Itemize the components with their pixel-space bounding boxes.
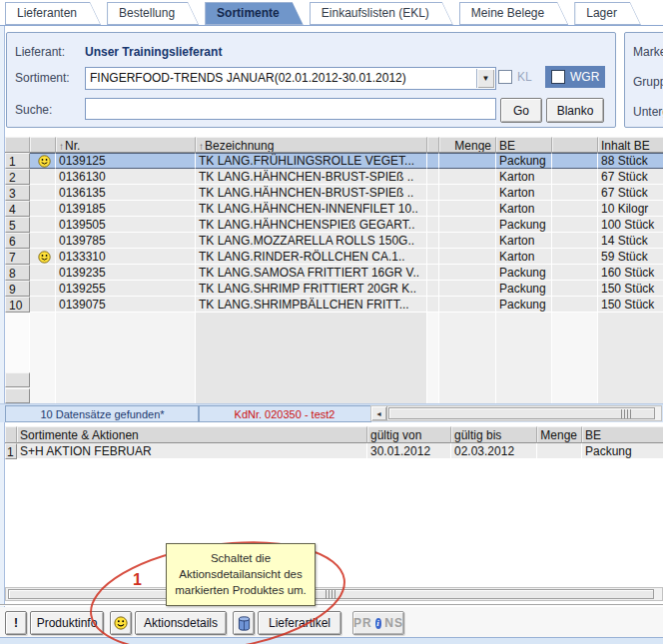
cell-nr: 0133310 <box>56 249 196 265</box>
cell-inhalt-be: 150 Stück <box>598 281 663 297</box>
action-indicator-cell <box>30 169 56 185</box>
cell-be: Karton <box>496 169 552 185</box>
scrollbar-thumb[interactable] <box>8 589 654 599</box>
sortiment-combobox-value: FINGERFOOD-TRENDS JANUAR(02.01.2012-30.0… <box>90 71 475 85</box>
cell-inhalt-be: 67 Stück <box>598 185 663 201</box>
cell-be: Packung <box>496 297 552 313</box>
lieferartikel-button[interactable]: Lieferartikel <box>258 611 341 635</box>
prins-button: PRiNS <box>352 611 404 635</box>
chevron-down-icon[interactable]: ▼ <box>476 69 494 88</box>
action-indicator-cell <box>30 217 56 233</box>
cell-spacer <box>427 169 439 185</box>
smiley-icon <box>114 616 128 630</box>
sort-asc-icon: ↑ <box>59 141 64 152</box>
action-indicator-cell <box>30 153 56 169</box>
horizontal-scrollbar[interactable]: ◄ <box>370 405 662 421</box>
table-row[interactable]: 8 0139235 TK LANG.SAMOSA FRITTIERT 16GR … <box>5 265 663 281</box>
cell-gueltig-bis: 02.03.2012 <box>451 443 537 459</box>
horizontal-scrollbar-lower[interactable] <box>5 587 663 601</box>
lieferartikel-icon-button[interactable] <box>233 611 255 635</box>
cell-be: Packung <box>582 443 663 459</box>
cell-spacer <box>552 169 598 185</box>
tab-einkaufslisten[interactable]: Einkaufslisten (EKL) <box>310 2 453 25</box>
table-row[interactable]: 3 0136135 TK LANG.HÄHNCHEN-BRUST-SPIEß .… <box>5 185 663 201</box>
cell-menge <box>439 217 496 233</box>
tooltip-line: Schaltet die <box>167 550 315 566</box>
empty-row-header <box>5 388 30 403</box>
aktionen-table-header: Sortimente & Aktionen gültig von gültig … <box>5 426 663 443</box>
cell-spacer <box>427 217 439 233</box>
window-bottom-edge <box>0 637 663 644</box>
column-header-be[interactable]: BE <box>496 137 552 153</box>
table-row[interactable]: 9 0139255 TK LANG.SHRIMP FRITTIERT 20GR … <box>5 281 663 297</box>
column-header-inhalt-be[interactable]: Inhalt BE <box>598 137 663 153</box>
cell-spacer <box>427 265 439 281</box>
produktinfo-button[interactable]: Produktinfo <box>30 611 104 635</box>
aktionsdetails-toggle-button[interactable] <box>110 611 132 635</box>
tab-label: Bestellung <box>107 2 199 20</box>
table-row[interactable]: 2 0136130 TK LANG.HÄHNCHEN-BRUST-SPIEß .… <box>5 169 663 185</box>
tab-label: Lieferanten <box>5 2 101 20</box>
go-button[interactable]: Go <box>500 98 542 123</box>
column-header-sortimente-aktionen[interactable]: Sortimente & Aktionen <box>17 426 367 443</box>
cell-nr: 0136135 <box>56 185 196 201</box>
table-row[interactable]: 5 0139505 TK LANG.HÄHNCHENSPIEß GEGART..… <box>5 217 663 233</box>
toolbar-separator <box>0 604 663 606</box>
sortiment-combobox[interactable]: FINGERFOOD-TRENDS JANUAR(02.01.2012-30.0… <box>85 67 496 90</box>
alert-button[interactable]: ! <box>5 611 27 635</box>
tooltip-line: Aktionsdetailansicht des <box>167 566 315 582</box>
column-header-gueltig-von[interactable]: gültig von <box>367 426 451 443</box>
cell-bezeichnung: TK LANG.MOZZARELLA ROLLS 150G.. <box>196 233 427 249</box>
row-number: 8 <box>5 265 30 281</box>
aktionen-table-row[interactable]: 1 S+H AKTION FEBRUAR 30.01.2012 02.03.20… <box>5 443 663 459</box>
customer-status: KdNr. 020350 - test2 <box>198 405 371 422</box>
cell-be: Packung <box>496 265 552 281</box>
table-empty-area <box>5 313 663 403</box>
cell-be: Karton <box>496 249 552 265</box>
scrollbar-thumb[interactable] <box>388 407 655 419</box>
kl-checkbox[interactable]: KL <box>498 70 532 84</box>
smiley-icon <box>38 155 51 168</box>
cell-menge <box>439 281 496 297</box>
column-header-bezeichnung[interactable]: ↑Bezeichnung <box>196 137 427 153</box>
filter-panel: Lieferant: Unser Trainingslieferant Sort… <box>6 32 616 128</box>
tab-sortimente[interactable]: Sortimente <box>205 2 304 25</box>
sortimente-window: Lieferanten Bestellung Sortimente Einkau… <box>0 0 663 644</box>
suche-input[interactable] <box>85 98 496 120</box>
cell-inhalt-be: 59 Stück <box>598 249 663 265</box>
row-number: 1 <box>5 153 30 169</box>
column-header-nr[interactable]: ↑Nr. <box>56 137 196 153</box>
table-row[interactable]: 4 0139185 TK LANG.HÄHNCHEN-INNENFILET 10… <box>5 201 663 217</box>
wgr-checkbox[interactable]: WGR <box>545 66 605 88</box>
blanko-button[interactable]: Blanko <box>546 98 604 123</box>
tab-lager[interactable]: Lager <box>574 2 641 25</box>
column-header-be[interactable]: BE <box>582 426 663 443</box>
table-row[interactable]: 10 0139075 TK LANG.SHRIMPBÄLLCHEN FRITT.… <box>5 297 663 313</box>
aktionsdetails-button[interactable]: Aktionsdetails <box>135 611 227 635</box>
scrollbar-grip <box>326 590 337 599</box>
cell-spacer <box>427 281 439 297</box>
column-header-menge[interactable]: Menge <box>439 137 496 153</box>
row-number: 1 <box>5 443 17 459</box>
cell-spacer <box>552 297 598 313</box>
row-number: 7 <box>5 249 30 265</box>
tab-lieferanten[interactable]: Lieferanten <box>5 2 101 25</box>
row-number: 9 <box>5 281 30 297</box>
column-header-gueltig-bis[interactable]: gültig bis <box>451 426 537 443</box>
action-indicator-cell <box>30 249 56 265</box>
table-row[interactable]: 1 0139125 TK LANG.FRÜHLINGSROLLE VEGET..… <box>5 153 663 169</box>
scroll-left-icon[interactable]: ◄ <box>371 406 387 420</box>
row-number: 10 <box>5 297 30 313</box>
cell-inhalt-be: 10 Kilogr <box>598 201 663 217</box>
action-indicator-cell <box>30 185 56 201</box>
column-header-menge[interactable]: Menge <box>537 426 582 443</box>
tab-bestellung[interactable]: Bestellung <box>107 2 199 25</box>
cell-menge <box>439 185 496 201</box>
header-spacer <box>552 137 598 153</box>
cell-spacer <box>552 249 598 265</box>
table-row[interactable]: 7 0133310 TK LANG.RINDER-RÖLLCHEN CA.1..… <box>5 249 663 265</box>
cell-inhalt-be: 100 Stück <box>598 217 663 233</box>
tab-meine-belege[interactable]: Meine Belege <box>459 2 568 25</box>
table-row[interactable]: 6 0139785 TK LANG.MOZZARELLA ROLLS 150G.… <box>5 233 663 249</box>
action-indicator-cell <box>30 233 56 249</box>
